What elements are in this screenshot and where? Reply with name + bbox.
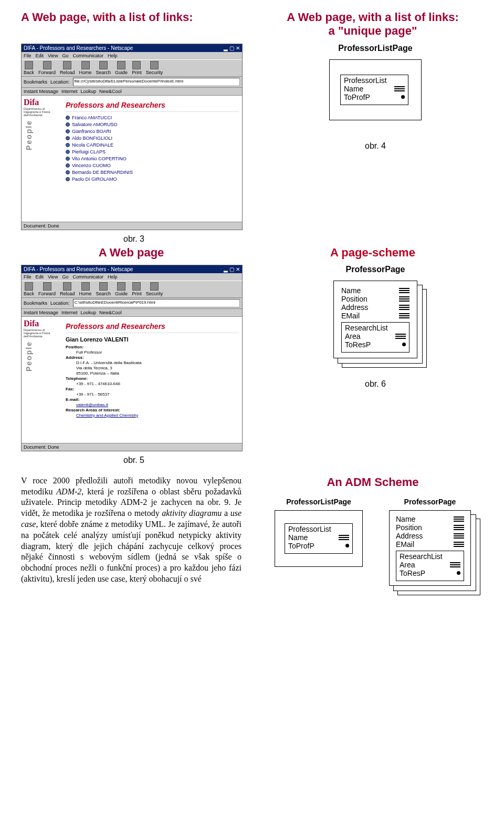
link-text: Salvatore AMORUSO	[72, 122, 118, 127]
list-item[interactable]: Vito Antonio COPERTINO	[66, 156, 239, 161]
menu-view-2[interactable]: View	[48, 274, 58, 280]
pp-email: EMail	[341, 312, 360, 320]
menu-comm[interactable]: Communicator	[72, 53, 103, 58]
scheme-prof-title: ProfessorPage	[346, 265, 405, 274]
adm-pp-position: Position	[396, 523, 422, 532]
url-input[interactable]: file:///C|/siti/sitoDifa/EListePersonale…	[73, 78, 240, 86]
inst-newcool[interactable]: New&Cool	[99, 89, 122, 94]
menu-help-2[interactable]: Help	[108, 274, 118, 280]
adm-left-title: ProfessorListPage	[286, 498, 351, 506]
heading-top-left: A Web page, with a list of links:	[21, 11, 242, 24]
val-research[interactable]: Chemistry and Applied Chemistry	[66, 413, 239, 418]
people-label: People	[25, 120, 33, 150]
lbl-fax: Fax:	[66, 387, 74, 391]
subhead-pagescheme: A page-scheme	[262, 246, 483, 260]
lbl-research: Research Areas of Interest:	[66, 408, 120, 412]
list-item[interactable]: Salvatore AMORUSO	[66, 122, 239, 127]
location-label-2: Location:	[50, 301, 70, 306]
scheme-inner-box: ProfessorList Name ToProfP	[340, 75, 408, 105]
inner-title: ProfessorList	[344, 76, 405, 85]
inst-msg-2[interactable]: Instant Message	[24, 310, 58, 315]
adm-pp-email: EMail	[396, 540, 414, 549]
tb-home[interactable]: Home	[79, 61, 92, 75]
menu-help[interactable]: Help	[108, 53, 118, 58]
tb2-search[interactable]: Search	[96, 282, 111, 296]
bullet-icon	[66, 116, 70, 120]
list-item[interactable]: Franco AMATUCCI	[66, 115, 239, 120]
scheme-obr6: ProfessorPage Name Position Address EMai…	[333, 265, 417, 358]
attr-name: Name	[344, 85, 363, 93]
list-item[interactable]: Bernardo DE BERNARDINIS	[66, 170, 239, 175]
window-title-2: DIFA - Professors and Researchers - Nets…	[24, 266, 133, 272]
tb2-print[interactable]: Print	[132, 282, 142, 296]
lbl-address: Address:	[66, 355, 84, 360]
window-controls-2[interactable]: ▂ ▢ ✕	[224, 266, 240, 272]
menu-edit[interactable]: Edit	[36, 53, 44, 58]
viewport: Difa Dipartimento di Ingegneria e Fisica…	[22, 96, 242, 222]
detail-name: Gian Lorenzo VALENTI	[66, 336, 239, 343]
tb2-home[interactable]: Home	[79, 282, 92, 296]
bookmarks-label[interactable]: Bookmarks	[24, 79, 47, 85]
browser-fig3: DIFA - Professors and Researchers - Nets…	[21, 44, 243, 230]
list-item[interactable]: Nicola CARDINALE	[66, 142, 239, 148]
tb-print[interactable]: Print	[132, 61, 142, 75]
instant-bar: Instant Message Internet Lookup New&Cool	[22, 88, 242, 96]
bullet-icon	[66, 129, 70, 133]
scheme-list-title: ProfessorListPage	[338, 44, 412, 53]
location-label: Location:	[50, 79, 70, 85]
inst-msg[interactable]: Instant Message	[24, 89, 58, 94]
titlebar: DIFA - Professors and Researchers - Nets…	[22, 44, 242, 52]
val-address3: 85100, Potenza – Italia	[66, 371, 239, 376]
tb-search[interactable]: Search	[96, 61, 111, 75]
adm-pp-name: Name	[396, 515, 415, 523]
list-item[interactable]: Aldo BONFIGLIOLI	[66, 136, 239, 141]
tb2-reload[interactable]: Reload	[60, 282, 75, 296]
link-text: Gianfranco BOARI	[72, 129, 111, 134]
link-text: Vincenzo CUOMO	[72, 163, 111, 168]
adm-research-title: ResearchList	[400, 552, 460, 561]
menu-edit-2[interactable]: Edit	[36, 274, 44, 280]
bullet-icon	[66, 170, 70, 174]
tb2-back[interactable]: Back	[24, 282, 34, 296]
url-input-2[interactable]: C:\siti\sitoDifa\EDocentiRicercaP\P019.h…	[73, 299, 240, 307]
pp-address: Address	[341, 303, 368, 312]
bullet-icon	[66, 136, 70, 140]
window-title: DIFA - Professors and Researchers - Nets…	[24, 45, 133, 51]
list-item[interactable]: Paolo DI GIROLAMO	[66, 177, 239, 182]
menu-view[interactable]: View	[48, 53, 58, 58]
menu-file-2[interactable]: File	[24, 274, 32, 280]
tb-back[interactable]: Back	[24, 61, 34, 75]
link-text: Paolo DI GIROLAMO	[72, 177, 117, 182]
link-text: Nicola CARDINALE	[72, 142, 113, 148]
inst-lookup[interactable]: Lookup	[81, 89, 97, 94]
inst-newcool-2[interactable]: New&Cool	[99, 310, 122, 315]
list-item[interactable]: Vincenzo CUOMO	[66, 163, 239, 168]
adm-research-toresp: ToResP	[400, 569, 425, 577]
inst-internet-2[interactable]: Internet	[61, 310, 78, 315]
window-controls[interactable]: ▂ ▢ ✕	[224, 45, 240, 51]
menu-comm-2[interactable]: Communicator	[72, 274, 103, 280]
menu-file[interactable]: File	[24, 53, 32, 58]
inst-internet[interactable]: Internet	[61, 89, 78, 94]
tb2-forward[interactable]: Forward	[38, 282, 56, 296]
tb-reload[interactable]: Reload	[60, 61, 75, 75]
heading-top-right-l1: A Web page, with a list of links:	[287, 11, 459, 24]
tb-forward[interactable]: Forward	[38, 61, 56, 75]
menu-go[interactable]: Go	[62, 53, 68, 58]
val-email[interactable]: valenti@unibas.it	[66, 402, 239, 407]
list-item[interactable]: Gianfranco BOARI	[66, 129, 239, 134]
inst-lookup-2[interactable]: Lookup	[81, 310, 97, 315]
body-paragraph: V roce 2000 předložili autoři metodiky n…	[21, 475, 242, 585]
adm-left-attr1: Name	[288, 533, 308, 542]
val-tel: +39 - 971 - 474610-646	[66, 381, 239, 386]
menu-go-2[interactable]: Go	[62, 274, 68, 280]
bullet-icon	[66, 143, 70, 147]
bookmarks-label-2[interactable]: Bookmarks	[24, 301, 47, 306]
lines-icon	[394, 86, 405, 91]
tb2-security[interactable]: Security	[146, 282, 163, 296]
tb2-guide[interactable]: Guide	[115, 282, 128, 296]
list-item[interactable]: Pierluigi CLAPS	[66, 149, 239, 154]
tb-guide[interactable]: Guide	[115, 61, 128, 75]
adm-right-scheme: ProfessorPage Name Position Address EMai…	[389, 498, 471, 586]
tb-security[interactable]: Security	[146, 61, 163, 75]
